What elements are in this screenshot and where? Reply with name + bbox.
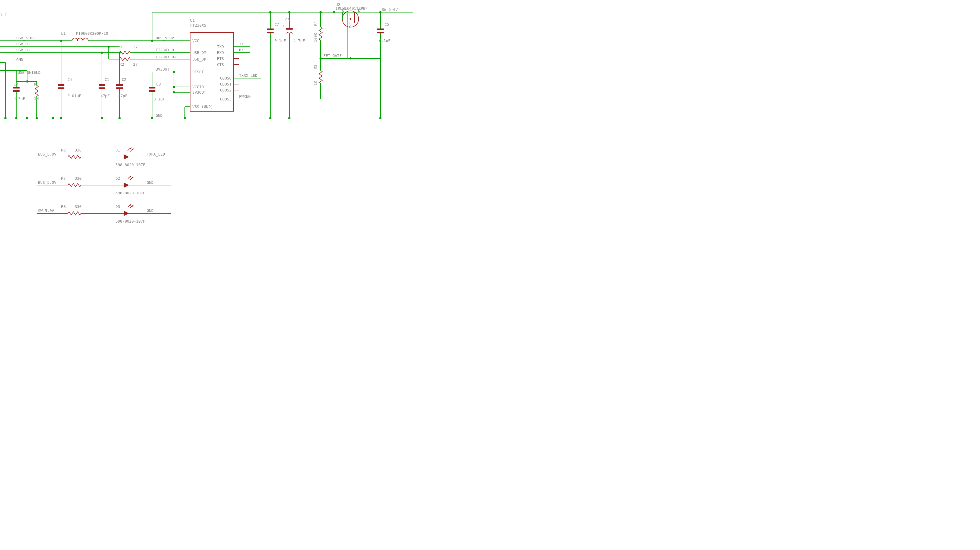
svg-point-167 [379, 11, 382, 13]
svg-text:TXD: TXD [217, 44, 224, 49]
svg-text:L1: L1 [61, 31, 66, 36]
svg-text:C5: C5 [385, 22, 389, 27]
svg-point-24 [26, 80, 28, 82]
svg-text:G: G [349, 25, 351, 29]
svg-rect-74 [149, 90, 156, 92]
svg-point-170 [349, 57, 352, 59]
net-bus5v: BUS_5.0V [156, 36, 174, 40]
svg-point-65 [108, 46, 110, 48]
svg-text:4.7uF: 4.7uF [293, 38, 305, 43]
net-3v3out: 3V3OUT [156, 67, 170, 71]
c5-capacitor: C5 0.1uF [377, 12, 390, 118]
svg-text:C7: C7 [274, 22, 279, 27]
svg-rect-12 [13, 87, 19, 89]
net-usbdm: USB_D- [16, 42, 30, 46]
svg-point-123 [269, 11, 271, 13]
svg-rect-112 [267, 29, 274, 30]
svg-point-78 [173, 71, 175, 73]
svg-text:C4: C4 [67, 78, 72, 82]
svg-text:R8: R8 [61, 204, 66, 209]
svg-rect-163 [377, 32, 383, 33]
svg-text:47pF: 47pF [118, 94, 127, 98]
svg-point-25 [15, 117, 18, 119]
svg-point-26 [26, 117, 28, 119]
svg-text:D3: D3 [116, 204, 120, 209]
svg-text:CBUS3: CBUS3 [220, 97, 231, 101]
svg-text:0.1uF: 0.1uF [379, 38, 390, 43]
d3-out-net: GND [147, 209, 154, 213]
svg-text:4.7nF: 4.7nF [14, 97, 25, 101]
svg-point-131 [320, 11, 322, 13]
net-gnd-label: GND [156, 113, 162, 117]
svg-point-27 [36, 117, 38, 119]
svg-point-168 [379, 117, 382, 119]
svg-text:0.01uF: 0.01uF [67, 94, 81, 98]
svg-text:330: 330 [75, 148, 81, 152]
svg-text:R2: R2 [119, 62, 124, 67]
svg-text:R3: R3 [313, 65, 318, 69]
svg-point-160 [333, 11, 335, 13]
svg-text:U1: U1 [190, 18, 195, 22]
svg-point-63 [101, 52, 103, 54]
svg-point-64 [118, 52, 121, 54]
svg-text:47pF: 47pF [100, 94, 110, 98]
svg-text:R1: R1 [119, 45, 124, 49]
svg-rect-53 [99, 87, 105, 89]
svg-text:598-8020-107F: 598-8020-107F [116, 191, 145, 195]
net-usbdp: USB_D+ [16, 48, 30, 52]
svg-text:USB_DM: USB_DM [192, 51, 206, 55]
svg-text:598-8020-107F: 598-8020-107F [116, 219, 145, 223]
d2-led: D2 598-8020-107F [116, 176, 145, 195]
net-tx: TX [239, 42, 244, 46]
svg-text:USB_DP: USB_DP [192, 57, 206, 62]
net-pwren: PWREN [239, 94, 250, 98]
net-txrxled: TXRX_LED [239, 73, 257, 78]
svg-text:0.1uF: 0.1uF [274, 38, 286, 43]
svg-point-42 [52, 117, 54, 119]
svg-text:100K: 100K [313, 33, 318, 42]
svg-text:MI0603K300R-10: MI0603K300R-10 [76, 31, 108, 36]
svg-point-41 [60, 117, 62, 119]
svg-text:IRLML6401TRPBF: IRLML6401TRPBF [336, 6, 368, 11]
net-fetgate: FET_GATE [323, 54, 342, 58]
svg-text:VSS (GND): VSS (GND) [192, 105, 213, 109]
u1-ic: U1 FT230XS VCC USB_DM USB_DP RESET VCCIO… [190, 18, 234, 111]
svg-point-137 [320, 57, 322, 59]
svg-point-124 [288, 11, 290, 13]
svg-point-126 [288, 117, 290, 119]
svg-point-67 [118, 117, 121, 119]
svg-text:C1: C1 [105, 78, 109, 82]
svg-text:330: 330 [75, 176, 81, 181]
svg-text:R6: R6 [61, 148, 66, 152]
connector-part-label: 1LF [0, 13, 7, 17]
svg-point-9 [4, 117, 6, 119]
svg-text:CBUS1: CBUS1 [220, 82, 231, 86]
d1-out-net: TXRX_LED [147, 152, 165, 157]
svg-rect-73 [149, 87, 156, 89]
svg-text:C9: C9 [14, 82, 18, 86]
svg-rect-37 [58, 87, 64, 89]
svg-rect-162 [377, 29, 383, 30]
svg-text:598-8020-107F: 598-8020-107F [116, 163, 145, 167]
schematic-canvas: GND 1LF USB_5.0V USB_D- USB_D+ GND USB_S… [0, 0, 413, 232]
svg-text:C3: C3 [156, 82, 161, 86]
svg-text:VCC: VCC [192, 38, 199, 43]
svg-point-66 [101, 117, 103, 119]
svg-text:0.1uF: 0.1uF [154, 97, 165, 101]
svg-point-102 [184, 117, 186, 119]
c3-capacitor: C3 0.1uF [149, 72, 165, 118]
net-ftdp: FT230X_D+ [156, 55, 176, 59]
svg-text:VCCIO: VCCIO [192, 85, 204, 89]
svg-text:330: 330 [75, 204, 81, 209]
svg-rect-36 [58, 84, 64, 86]
d1-led: D1 598-8020-107F [116, 148, 145, 167]
d3-in-net: SW_5.0V [38, 209, 54, 213]
svg-text:27: 27 [133, 45, 138, 49]
svg-text:+: + [283, 24, 285, 28]
svg-rect-52 [99, 84, 105, 86]
svg-point-125 [269, 117, 271, 119]
svg-rect-113 [267, 32, 274, 33]
svg-text:R7: R7 [61, 176, 66, 181]
svg-text:RXD: RXD [217, 51, 224, 55]
c8-capacitor-polarized: C8 4.7uF + [283, 12, 305, 118]
